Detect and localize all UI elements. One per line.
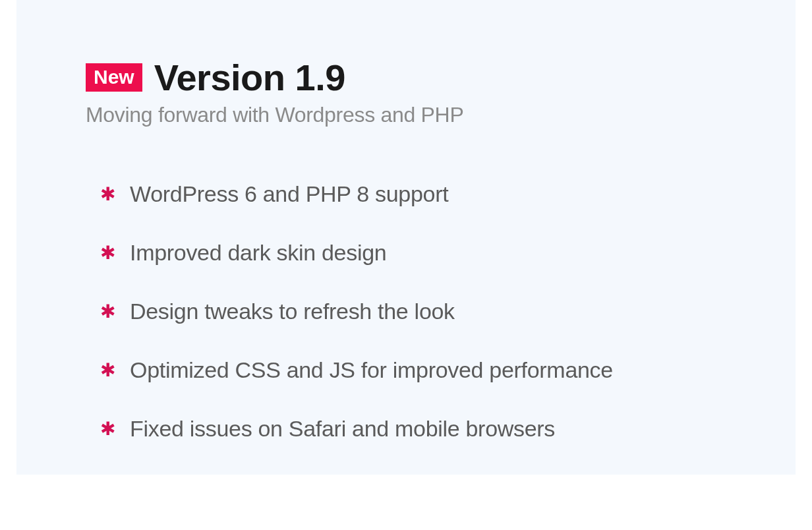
list-item: ✱ WordPress 6 and PHP 8 support — [100, 181, 726, 207]
list-item: ✱ Optimized CSS and JS for improved perf… — [100, 357, 726, 383]
list-item: ✱ Improved dark skin design — [100, 240, 726, 266]
new-badge: New — [86, 63, 142, 92]
list-item: ✱ Fixed issues on Safari and mobile brow… — [100, 416, 726, 442]
asterisk-icon: ✱ — [100, 303, 115, 321]
asterisk-icon: ✱ — [100, 361, 115, 380]
feature-text: Improved dark skin design — [130, 240, 386, 266]
feature-text: WordPress 6 and PHP 8 support — [130, 181, 448, 207]
feature-text: Fixed issues on Safari and mobile browse… — [130, 416, 555, 442]
feature-text: Optimized CSS and JS for improved perfor… — [130, 357, 613, 383]
asterisk-icon: ✱ — [100, 185, 115, 204]
header-row: New Version 1.9 — [86, 56, 726, 99]
asterisk-icon: ✱ — [100, 420, 115, 438]
release-panel: New Version 1.9 Moving forward with Word… — [16, 0, 796, 475]
version-title: Version 1.9 — [154, 56, 345, 99]
feature-text: Design tweaks to refresh the look — [130, 299, 455, 324]
version-subtitle: Moving forward with Wordpress and PHP — [86, 103, 726, 127]
features-list: ✱ WordPress 6 and PHP 8 support ✱ Improv… — [86, 181, 726, 442]
asterisk-icon: ✱ — [100, 244, 115, 262]
list-item: ✱ Design tweaks to refresh the look — [100, 299, 726, 324]
